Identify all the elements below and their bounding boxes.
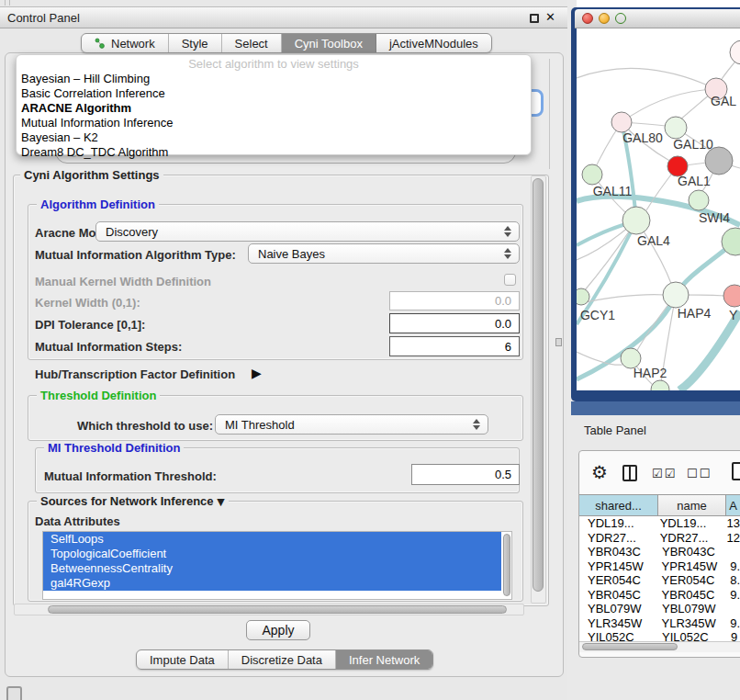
tab-infer-network[interactable]: Infer Network: [336, 650, 432, 669]
tab-cyni-toolbox[interactable]: Cyni Toolbox: [282, 34, 376, 52]
cell-value: 13: [723, 516, 740, 531]
table-row[interactable]: YPR145WYPR145W9.: [579, 559, 740, 574]
cell-value: [726, 602, 731, 616]
split-columns-icon[interactable]: [622, 465, 637, 481]
cell-shared: YLR345W: [579, 616, 658, 631]
gear-icon[interactable]: ⚙: [591, 461, 608, 483]
table-row[interactable]: YBL079WYBL079W: [579, 602, 740, 616]
top-notch-decoration: [5, 0, 10, 6]
menu-item-basic-correlation[interactable]: Basic Correlation Inference: [17, 86, 531, 101]
column-header-shared-name[interactable]: shared...: [579, 495, 658, 515]
mi-steps-field[interactable]: 6: [389, 336, 520, 356]
collapse-arrow-icon[interactable]: ▼: [217, 496, 224, 508]
aracne-mode-combo[interactable]: Discovery: [95, 221, 520, 242]
panel-splitter-handle[interactable]: [555, 338, 562, 346]
cell-shared: YER054C: [579, 573, 658, 588]
control-panel-tabbar: Network Style Select Cyni Toolbox jActiv…: [81, 33, 492, 53]
node-gcy1[interactable]: [577, 288, 589, 305]
list-item-topologicalcoefficient[interactable]: TopologicalCoefficient: [43, 547, 501, 561]
node-label: GAL80: [622, 130, 663, 145]
menu-item-aracne[interactable]: ARACNE Algorithm: [17, 101, 531, 116]
cell-value: 8.: [725, 573, 740, 588]
control-panel-titlebar: Control Panel ✕: [0, 6, 567, 28]
partial-toolbar-icon[interactable]: [6, 686, 22, 700]
expand-arrow-icon[interactable]: ▶: [252, 366, 262, 380]
list-vscrollbar-thumb[interactable]: [503, 534, 510, 596]
tab-select[interactable]: Select: [222, 34, 282, 52]
menu-item-bayesian-k2[interactable]: Bayesian – K2: [17, 130, 531, 145]
node-gal11[interactable]: [582, 164, 602, 185]
menu-item-mutual-information[interactable]: Mutual Information Inference: [17, 116, 531, 130]
network-graph[interactable]: GAL GAL80 GAL10 GAL1 GAL11 SWI4 GAL4 GCY…: [577, 28, 740, 390]
node-partial-top[interactable]: [730, 40, 740, 64]
dpi-tolerance-field[interactable]: 0.0: [389, 313, 520, 333]
close-icon[interactable]: ✕: [545, 10, 555, 24]
checked-boxes-icon[interactable]: ☑☑: [652, 467, 677, 480]
table-row[interactable]: YLR345WYLR345W9.: [579, 616, 740, 631]
zoom-traffic-light[interactable]: [615, 13, 626, 24]
mi-threshold-label: Mutual Information Threshold:: [44, 469, 217, 483]
panel-border-fragment: [549, 59, 550, 169]
cell-shared: YBR043C: [579, 545, 658, 559]
mi-algorithm-type-value: Naive Bayes: [258, 247, 325, 261]
which-threshold-combo[interactable]: MI Threshold: [215, 414, 488, 435]
node-gal80[interactable]: [611, 112, 632, 132]
node-label: HAP4: [678, 306, 712, 321]
table-row[interactable]: YBR045CYBR045C9.: [579, 588, 740, 603]
network-icon: [95, 38, 106, 49]
table-row[interactable]: YER054CYER054C8.: [579, 573, 740, 588]
algorithm-dropdown-popup: Select algorithm to view settings Bayesi…: [16, 54, 532, 155]
partial-page-icon[interactable]: [732, 462, 740, 480]
cell-shared: YDR27...: [579, 531, 656, 546]
manual-kernel-width-checkbox[interactable]: [504, 274, 516, 286]
table-panel-title: Table Panel: [584, 423, 646, 437]
stepper-icon: [504, 248, 511, 259]
close-traffic-light[interactable]: [582, 13, 593, 24]
mi-threshold-field[interactable]: 0.5: [411, 464, 520, 485]
node-label: HAP2: [633, 366, 667, 380]
float-window-icon[interactable]: [530, 14, 539, 23]
node-label: SWI4: [699, 210, 730, 225]
node-swi4[interactable]: [689, 190, 709, 210]
minimize-traffic-light[interactable]: [599, 13, 610, 24]
unchecked-boxes-icon[interactable]: ☐☐: [687, 467, 712, 480]
node-gal4[interactable]: [622, 207, 650, 234]
menu-item-bayesian-hill-climbing[interactable]: Bayesian – Hill Climbing: [17, 72, 531, 86]
kernel-width-label: Kernel Width (0,1):: [35, 296, 140, 310]
table-row[interactable]: YIL052CYIL052C9: [579, 630, 740, 641]
node-salmon[interactable]: [723, 285, 740, 307]
list-item-gal4rgexp[interactable]: gal4RGexp: [43, 576, 501, 591]
tab-style[interactable]: Style: [169, 34, 222, 52]
settings-hscrollbar-thumb[interactable]: [48, 605, 507, 614]
list-item-selfloops[interactable]: SelfLoops: [43, 532, 501, 547]
node-label: GAL1: [678, 174, 711, 188]
node-gal10[interactable]: [665, 117, 687, 139]
menu-item-dream8[interactable]: Dream8 DC_TDC Algorithm: [17, 145, 531, 160]
column-header-name[interactable]: name: [658, 495, 726, 515]
cell-value: [726, 545, 731, 559]
mi-threshold-title: MI Threshold Definition: [44, 441, 184, 455]
table-hscrollbar-thumb[interactable]: [582, 643, 678, 650]
tab-jactivemnodules[interactable]: jActiveMNodules: [376, 34, 491, 52]
mi-steps-label: Mutual Information Steps:: [35, 340, 182, 354]
apply-button[interactable]: Apply: [246, 620, 310, 640]
which-threshold-value: MI Threshold: [225, 418, 295, 432]
cell-shared: YDL19...: [579, 516, 656, 531]
node-hap4[interactable]: [663, 282, 689, 308]
list-item-betweennesscentrality[interactable]: BetweennessCentrality: [43, 561, 501, 576]
cell-value: 9: [726, 630, 737, 641]
tab-impute-data[interactable]: Impute Data: [137, 650, 229, 669]
settings-vscrollbar-thumb[interactable]: [533, 178, 544, 592]
table-row[interactable]: YDL19...YDL19...13: [579, 516, 740, 531]
table-row[interactable]: YDR27...YDR27...12: [579, 531, 740, 546]
node-partial-bottom[interactable]: [651, 380, 669, 390]
table-header: shared... name A: [579, 494, 740, 516]
column-header-partial[interactable]: A: [726, 495, 740, 515]
background-window-sliver: [577, 0, 740, 7]
mi-algorithm-type-combo[interactable]: Naive Bayes: [248, 243, 520, 264]
kernel-width-field[interactable]: 0.0: [389, 291, 520, 310]
table-row[interactable]: YBR043CYBR043C: [579, 545, 740, 559]
tab-discretize-data[interactable]: Discretize Data: [229, 650, 336, 669]
node-label: GAL10: [673, 137, 713, 152]
tab-network[interactable]: Network: [82, 34, 169, 52]
